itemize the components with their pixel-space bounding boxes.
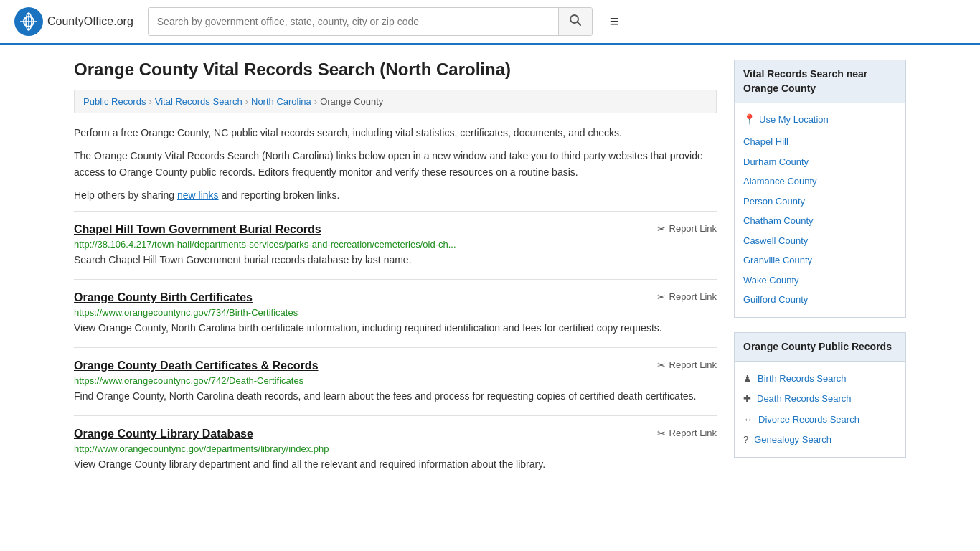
report-link-0[interactable]: ✂ Report Link — [657, 223, 717, 235]
result-desc-1: View Orange County, North Carolina birth… — [74, 321, 717, 336]
result-title-2[interactable]: Orange County Death Certificates & Recor… — [74, 359, 319, 372]
sidebar-genealogy-records[interactable]: ? Genealogy Search — [743, 430, 897, 450]
use-location-button[interactable]: 📍 Use My Location — [743, 110, 897, 128]
report-link-2[interactable]: ✂ Report Link — [657, 359, 717, 371]
description-3: Help others by sharing new links and rep… — [74, 187, 717, 203]
result-url-0[interactable]: http://38.106.4.217/town-hall/department… — [74, 239, 717, 250]
report-icon-3: ✂ — [657, 428, 666, 439]
sidebar-link-alamance[interactable]: Alamance County — [743, 171, 897, 192]
result-item: Chapel Hill Town Government Burial Recor… — [74, 211, 717, 279]
sidebar-link-chatham[interactable]: Chatham County — [743, 211, 897, 231]
result-title-0[interactable]: Chapel Hill Town Government Burial Recor… — [74, 223, 321, 236]
result-url-1[interactable]: https://www.orangecountync.gov/734/Birth… — [74, 307, 717, 318]
divorce-icon: ↔ — [743, 413, 753, 426]
result-item: Orange County Library Database ✂ Report … — [74, 415, 717, 484]
sidebar-public-records: Orange County Public Records ♟ Birth Rec… — [734, 332, 906, 458]
breadcrumb-north-carolina[interactable]: North Carolina — [251, 96, 311, 107]
sidebar-link-chapel-hill[interactable]: Chapel Hill — [743, 132, 897, 152]
result-url-3[interactable]: http://www.orangecountync.gov/department… — [74, 443, 717, 454]
sidebar-vital-title: Vital Records Search near Orange County — [734, 60, 906, 103]
logo-text: CountyOffice.org — [47, 15, 133, 28]
report-icon-0: ✂ — [657, 223, 666, 235]
result-desc-2: Find Orange County, North Carolina death… — [74, 389, 717, 404]
result-title-3[interactable]: Orange County Library Database — [74, 428, 253, 441]
genealogy-icon: ? — [743, 433, 748, 446]
breadcrumb-public-records[interactable]: Public Records — [83, 96, 146, 107]
sidebar-divorce-records[interactable]: ↔ Divorce Records Search — [743, 410, 897, 430]
result-item: Orange County Birth Certificates ✂ Repor… — [74, 279, 717, 347]
sidebar-link-caswell[interactable]: Caswell County — [743, 231, 897, 251]
logo-icon — [14, 7, 43, 36]
description-1: Perform a free Orange County, NC public … — [74, 125, 717, 141]
content-area: Orange County Vital Records Search (Nort… — [74, 60, 717, 484]
report-link-3[interactable]: ✂ Report Link — [657, 428, 717, 439]
search-bar — [148, 7, 593, 36]
page-title: Orange County Vital Records Search (Nort… — [74, 60, 717, 80]
breadcrumb-orange-county: Orange County — [320, 96, 383, 107]
death-icon: ✚ — [743, 392, 751, 405]
report-icon-1: ✂ — [657, 291, 666, 303]
report-icon-2: ✂ — [657, 359, 666, 371]
breadcrumb: Public Records › Vital Records Search › … — [74, 90, 717, 113]
logo[interactable]: CountyOffice.org — [14, 7, 133, 36]
sidebar: Vital Records Search near Orange County … — [734, 60, 906, 484]
search-input[interactable] — [149, 8, 558, 35]
breadcrumb-vital-records[interactable]: Vital Records Search — [155, 96, 242, 107]
result-item: Orange County Death Certificates & Recor… — [74, 347, 717, 415]
result-title-1[interactable]: Orange County Birth Certificates — [74, 291, 253, 304]
sidebar-vital-records: Vital Records Search near Orange County … — [734, 60, 906, 318]
new-links[interactable]: new links — [177, 189, 219, 201]
sidebar-death-records[interactable]: ✚ Death Records Search — [743, 389, 897, 409]
sidebar-link-person[interactable]: Person County — [743, 192, 897, 212]
search-button[interactable] — [558, 8, 592, 35]
sidebar-link-wake[interactable]: Wake County — [743, 270, 897, 291]
birth-icon: ♟ — [743, 372, 752, 385]
location-icon: 📍 — [743, 113, 755, 125]
result-url-2[interactable]: https://www.orangecountync.gov/742/Death… — [74, 375, 717, 386]
sidebar-link-granville[interactable]: Granville County — [743, 250, 897, 270]
svg-line-6 — [577, 22, 580, 26]
report-link-1[interactable]: ✂ Report Link — [657, 291, 717, 303]
results-list: Chapel Hill Town Government Burial Recor… — [74, 211, 717, 484]
description-2: The Orange County Vital Records Search (… — [74, 148, 717, 180]
result-desc-0: Search Chapel Hill Town Government buria… — [74, 253, 717, 268]
sidebar-public-title: Orange County Public Records — [734, 332, 906, 362]
sidebar-birth-records[interactable]: ♟ Birth Records Search — [743, 369, 897, 389]
sidebar-link-durham[interactable]: Durham County — [743, 152, 897, 172]
menu-button[interactable]: ≡ — [607, 11, 622, 32]
sidebar-link-guilford[interactable]: Guilford County — [743, 290, 897, 310]
result-desc-3: View Orange County library department an… — [74, 457, 717, 472]
